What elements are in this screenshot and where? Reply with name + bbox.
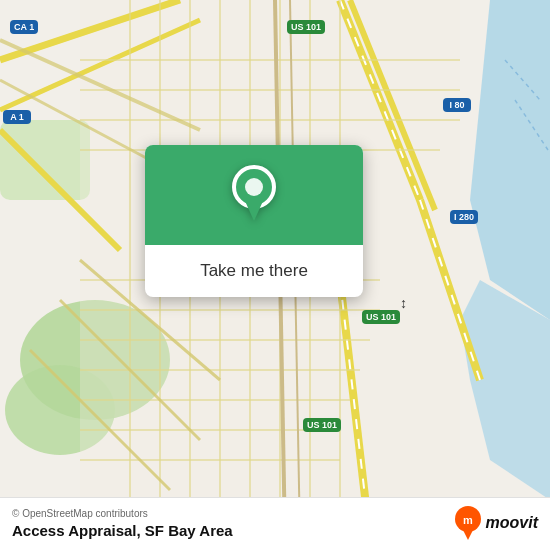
highway-us101-south-shield: US 101: [303, 418, 341, 432]
map-container: CA 1 US 101 A 1 I 80 I 280 US 101 US 101…: [0, 0, 550, 550]
cursor-marker: ↕: [400, 295, 407, 311]
svg-point-47: [245, 178, 263, 196]
popup-button-area: Take me there: [145, 245, 363, 297]
moovit-brand-text: moovit: [486, 514, 538, 532]
svg-marker-0: [470, 0, 550, 320]
highway-i280-shield: I 280: [450, 210, 478, 224]
location-pin-icon: [229, 165, 279, 225]
highway-i80-shield: I 80: [443, 98, 471, 112]
highway-us101-mid-shield: US 101: [362, 310, 400, 324]
highway-us101-top-shield: US 101: [287, 20, 325, 34]
bottom-left-info: © OpenStreetMap contributors Access Appr…: [12, 508, 233, 539]
attribution-text: © OpenStreetMap contributors: [12, 508, 233, 519]
svg-marker-1: [460, 280, 550, 500]
take-me-there-button[interactable]: Take me there: [200, 257, 308, 285]
popup-green-header: [145, 145, 363, 245]
svg-marker-46: [245, 201, 263, 221]
highway-a1-shield: A 1: [3, 110, 31, 124]
svg-text:m: m: [463, 514, 473, 526]
moovit-logo: m moovit: [454, 506, 538, 540]
bottom-bar: © OpenStreetMap contributors Access Appr…: [0, 497, 550, 550]
highway-ca1-shield: CA 1: [10, 20, 38, 34]
location-title: Access Appraisal, SF Bay Area: [12, 522, 233, 539]
moovit-pin-icon: m: [454, 506, 482, 540]
svg-marker-49: [462, 528, 474, 540]
popup-card: Take me there: [145, 145, 363, 297]
svg-rect-6: [0, 120, 90, 200]
